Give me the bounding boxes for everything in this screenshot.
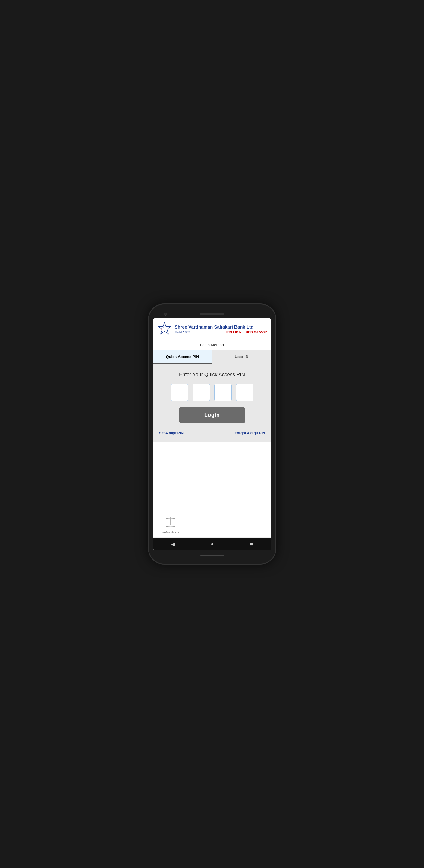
- tabs-container: Quick Access PIN User ID: [153, 350, 271, 364]
- bank-name: Shree Vardhaman Sahakari Bank Ltd: [175, 324, 267, 330]
- white-area: [153, 442, 271, 514]
- pin-links: Set 4-digit PIN Forgot 4-digit PIN: [158, 429, 266, 437]
- pin-input-4[interactable]: [236, 384, 253, 401]
- pin-input-1[interactable]: [171, 384, 188, 401]
- bank-estd: Estd:1959: [175, 330, 190, 334]
- tab-quick-access-pin[interactable]: Quick Access PIN: [153, 350, 212, 364]
- pin-input-2[interactable]: [192, 384, 210, 401]
- svg-text:B: B: [164, 329, 165, 330]
- pin-input-3[interactable]: [214, 384, 232, 401]
- android-nav: ◀ ● ■: [153, 538, 271, 550]
- nav-label-mpassbook: mPassbook: [162, 530, 179, 534]
- bank-info: Shree Vardhaman Sahakari Bank Ltd Estd:1…: [175, 324, 267, 334]
- svg-text:V: V: [162, 327, 163, 328]
- bottom-bar: [200, 555, 224, 556]
- forgot-pin-link[interactable]: Forgot 4-digit PIN: [235, 431, 265, 435]
- bottom-nav: mPassbook: [153, 514, 271, 537]
- passbook-icon: [165, 518, 176, 529]
- main-content: Quick Access PIN User ID Enter Your Quic…: [153, 350, 271, 537]
- phone-top-bar: [153, 310, 271, 318]
- recent-button[interactable]: ■: [250, 541, 253, 547]
- phone-camera: [164, 313, 167, 315]
- bank-meta: Estd:1959 RBI LIC No.:UBD.GJ.558P: [175, 330, 267, 334]
- svg-text:S: S: [161, 329, 162, 330]
- tab-user-id[interactable]: User ID: [212, 350, 271, 364]
- login-button[interactable]: Login: [179, 407, 245, 423]
- pin-inputs: [171, 384, 253, 401]
- back-button[interactable]: ◀: [171, 541, 175, 547]
- bank-lic: RBI LIC No.:UBD.GJ.558P: [226, 330, 267, 334]
- bank-header: V S B Shree Vardhaman Sahakari Bank Ltd …: [153, 318, 271, 340]
- phone-frame: V S B Shree Vardhaman Sahakari Bank Ltd …: [149, 304, 275, 564]
- home-button[interactable]: ●: [211, 541, 214, 547]
- pin-section: Enter Your Quick Access PIN Login Set 4-…: [153, 364, 271, 442]
- phone-screen: V S B Shree Vardhaman Sahakari Bank Ltd …: [153, 318, 271, 550]
- nav-item-mpassbook[interactable]: mPassbook: [162, 518, 179, 534]
- login-method-bar: Login Method: [153, 340, 271, 350]
- pin-title: Enter Your Quick Access PIN: [179, 372, 245, 378]
- set-pin-link[interactable]: Set 4-digit PIN: [159, 431, 184, 435]
- svg-marker-0: [158, 322, 171, 334]
- phone-speaker: [200, 313, 224, 315]
- bank-logo: V S B: [157, 321, 172, 337]
- phone-bottom: [153, 552, 271, 558]
